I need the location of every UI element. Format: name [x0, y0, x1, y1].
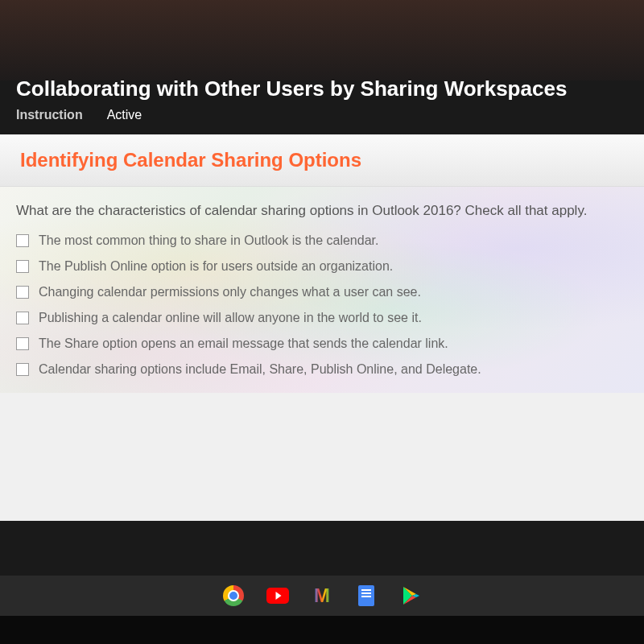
page-header: Collaborating with Other Users by Sharin… — [0, 0, 644, 134]
question-text: What are the characteristics of calendar… — [16, 203, 628, 219]
option-row: The most common thing to share in Outloo… — [16, 233, 628, 248]
checkbox[interactable] — [16, 234, 29, 247]
options-list: The most common thing to share in Outloo… — [16, 233, 628, 377]
option-label: The most common thing to share in Outloo… — [39, 233, 378, 248]
docs-icon[interactable] — [354, 584, 378, 608]
section-title: Identifying Calendar Sharing Options — [20, 149, 624, 171]
option-row: Publishing a calendar online will allow … — [16, 311, 628, 325]
option-row: Calendar sharing options include Email, … — [16, 362, 628, 377]
checkbox[interactable] — [16, 337, 29, 350]
tab-active[interactable]: Active — [107, 108, 142, 122]
page-title: Collaborating with Other Users by Sharin… — [16, 76, 628, 101]
checkbox[interactable] — [16, 312, 29, 324]
option-label: Publishing a calendar online will allow … — [39, 311, 422, 325]
question-area: What are the characteristics of calendar… — [0, 187, 644, 393]
play-store-icon[interactable] — [398, 584, 423, 608]
option-label: The Share option opens an email message … — [39, 336, 448, 351]
tab-instruction[interactable]: Instruction — [16, 108, 83, 122]
youtube-icon[interactable] — [266, 584, 290, 608]
gmail-icon[interactable]: M — [310, 584, 334, 608]
option-label: Calendar sharing options include Email, … — [39, 362, 481, 377]
option-label: Changing calendar permissions only chang… — [39, 285, 421, 299]
option-row: Changing calendar permissions only chang… — [16, 285, 628, 299]
taskbar: M — [0, 576, 644, 616]
option-label: The Publish Online option is for users o… — [39, 259, 393, 274]
checkbox[interactable] — [16, 260, 29, 273]
content-panel: Identifying Calendar Sharing Options Wha… — [0, 134, 644, 521]
option-row: The Publish Online option is for users o… — [16, 259, 628, 274]
chrome-icon[interactable] — [221, 584, 246, 608]
checkbox[interactable] — [16, 286, 29, 299]
tab-bar: Instruction Active — [16, 108, 628, 122]
option-row: The Share option opens an email message … — [16, 336, 628, 351]
content-header: Identifying Calendar Sharing Options — [0, 134, 644, 187]
checkbox[interactable] — [16, 363, 29, 376]
laptop-bezel — [0, 616, 644, 644]
